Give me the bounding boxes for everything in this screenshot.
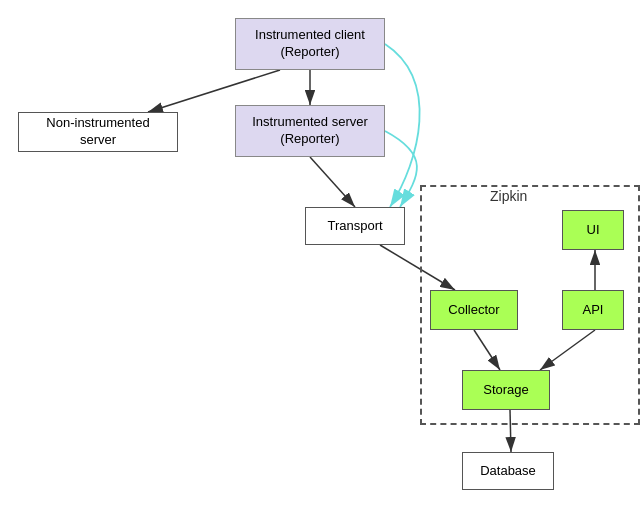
storage-label: Storage (483, 382, 529, 399)
instrumented-client-label: Instrumented client(Reporter) (255, 27, 365, 61)
storage-node: Storage (462, 370, 550, 410)
transport-label: Transport (327, 218, 382, 235)
non-instrumented-server-node: Non-instrumented server (18, 112, 178, 152)
api-node: API (562, 290, 624, 330)
non-instrumented-server-label: Non-instrumented server (27, 115, 169, 149)
zipkin-label: Zipkin (490, 188, 527, 204)
database-label: Database (480, 463, 536, 480)
ui-label: UI (587, 222, 600, 239)
transport-node: Transport (305, 207, 405, 245)
instrumented-server-label: Instrumented server(Reporter) (252, 114, 368, 148)
svg-line-5 (310, 157, 355, 207)
collector-node: Collector (430, 290, 518, 330)
api-label: API (583, 302, 604, 319)
diagram-container: Zipkin Instrumented client(Reporter) Non… (0, 0, 644, 507)
database-node: Database (462, 452, 554, 490)
instrumented-server-node: Instrumented server(Reporter) (235, 105, 385, 157)
ui-node: UI (562, 210, 624, 250)
collector-label: Collector (448, 302, 499, 319)
instrumented-client-node: Instrumented client(Reporter) (235, 18, 385, 70)
